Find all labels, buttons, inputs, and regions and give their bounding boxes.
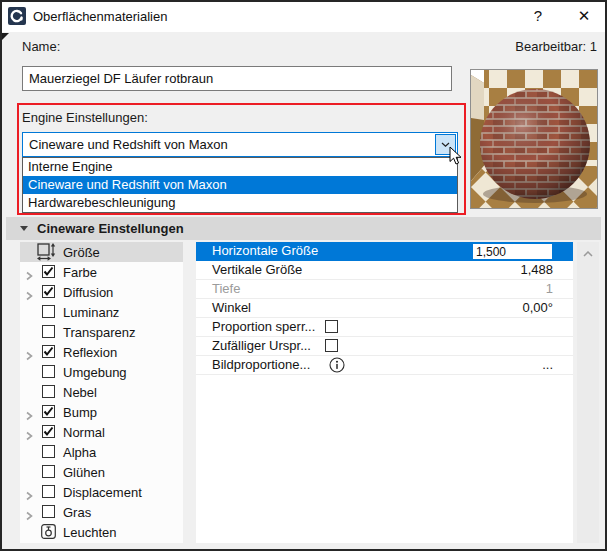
tree-item-label: Leuchten — [63, 525, 117, 540]
param-value: 1 — [546, 280, 553, 298]
param-checkbox[interactable] — [325, 339, 338, 352]
tree-item-label: Glühen — [63, 465, 105, 480]
cineware-section-title: Cineware Einstellungen — [37, 221, 184, 236]
channel-checkbox[interactable] — [42, 305, 55, 318]
expander-chevron-icon — [25, 511, 34, 521]
param-value[interactable]: ... — [542, 356, 553, 374]
titlebar[interactable]: Oberflächenmaterialien ? ✕ — [0, 0, 607, 32]
chevron-up-icon — [583, 251, 593, 257]
surface-materials-dialog: Oberflächenmaterialien ? ✕ Name: Bearbei… — [0, 0, 607, 551]
channel-checkbox[interactable] — [42, 265, 55, 278]
expander-chevron-icon — [25, 491, 34, 501]
param-row-bildproportione[interactable]: Bildproportione...... — [196, 356, 573, 375]
channel-checkbox[interactable] — [42, 325, 55, 338]
param-row-horizontale-gr-e[interactable]: Horizontale Größe — [196, 242, 573, 261]
dialog-title: Oberflächenmaterialien — [33, 9, 167, 24]
param-row-vertikale-gr-e[interactable]: Vertikale Größe1,488 — [196, 261, 573, 280]
size-icon — [37, 243, 56, 261]
lamp-icon — [41, 524, 56, 539]
param-row-winkel[interactable]: Winkel0,00° — [196, 299, 573, 318]
param-row-zuf-lliger-urspr[interactable]: Zufälliger Urspr... — [196, 337, 573, 356]
expander-chevron-icon — [25, 271, 34, 281]
param-checkbox[interactable] — [325, 320, 338, 333]
tree-item-label: Transparenz — [63, 325, 136, 340]
engine-dropdown-list: Interne EngineCineware und Redshift von … — [22, 157, 458, 213]
help-button[interactable]: ? — [528, 6, 548, 26]
param-label: Vertikale Größe — [212, 261, 302, 279]
tree-item-diffusion[interactable]: Diffusion — [20, 282, 183, 302]
close-button[interactable]: ✕ — [574, 6, 594, 26]
tree-item-alpha[interactable]: Alpha — [20, 442, 183, 462]
channel-checkbox[interactable] — [42, 365, 55, 378]
dropdown-option-interne-engine[interactable]: Interne Engine — [23, 158, 457, 176]
parameter-table: Horizontale GrößeVertikale Größe1,488Tie… — [196, 242, 573, 543]
tree-item-label: Nebel — [63, 385, 97, 400]
checkmark-icon — [43, 266, 54, 277]
tree-item-transparenz[interactable]: Transparenz — [20, 322, 183, 342]
editable-count-label: Bearbeitbar: 1 — [515, 39, 597, 54]
tree-item-reflexion[interactable]: Reflexion — [20, 342, 183, 362]
dropdown-option-hardwarebeschleunigung[interactable]: Hardwarebeschleunigung — [23, 194, 457, 212]
tree-item-label: Reflexion — [63, 345, 117, 360]
material-preview — [470, 69, 598, 209]
tree-item-label: Bump — [63, 405, 97, 420]
param-label: Horizontale Größe — [212, 242, 318, 260]
param-row-proportion-sperr[interactable]: Proportion sperr... — [196, 318, 573, 337]
edge-marker — [2, 33, 9, 40]
tree-item-label: Luminanz — [63, 305, 119, 320]
tree-item-umgebung[interactable]: Umgebung — [20, 362, 183, 382]
tree-item-label: Alpha — [63, 445, 96, 460]
engine-combobox-value: Cineware und Redshift von Maxon — [29, 133, 228, 156]
tree-item-luminanz[interactable]: Luminanz — [20, 302, 183, 322]
tree-item-gras[interactable]: Gras — [20, 502, 183, 522]
scrollbar[interactable] — [577, 242, 599, 543]
tree-item-label: Gras — [63, 505, 91, 520]
tree-item-leuchten[interactable]: Leuchten — [20, 522, 183, 542]
tree-item-label: Farbe — [63, 265, 97, 280]
checkmark-icon — [43, 426, 54, 437]
channel-checkbox[interactable] — [42, 425, 55, 438]
channel-checkbox[interactable] — [42, 385, 55, 398]
engine-combobox[interactable]: Cineware und Redshift von Maxon — [22, 132, 458, 157]
tree-item-displacement[interactable]: Displacement — [20, 482, 183, 502]
channel-checkbox[interactable] — [42, 405, 55, 418]
dropdown-option-cineware-und-redshift-von-maxon[interactable]: Cineware und Redshift von Maxon — [23, 176, 457, 194]
cineware-section-header[interactable]: Cineware Einstellungen — [6, 217, 601, 240]
archicad-logo-icon — [8, 7, 26, 25]
checkmark-icon — [43, 346, 54, 357]
expander-chevron-icon — [25, 291, 34, 301]
param-label: Bildproportione... — [212, 356, 310, 374]
tree-item-label: Diffusion — [63, 285, 113, 300]
tree-item-gl-hen[interactable]: Glühen — [20, 462, 183, 482]
info-icon — [329, 357, 345, 373]
param-label: Proportion sperr... — [212, 318, 315, 336]
checkmark-icon — [43, 406, 54, 417]
channel-checkbox[interactable] — [42, 505, 55, 518]
param-label: Zufälliger Urspr... — [212, 337, 311, 355]
channel-checkbox[interactable] — [42, 345, 55, 358]
channel-checkbox[interactable] — [42, 285, 55, 298]
param-label: Winkel — [212, 299, 251, 317]
channel-tree: GrößeFarbeDiffusionLuminanzTransparenzRe… — [20, 242, 183, 543]
param-label: Tiefe — [212, 280, 240, 298]
tree-item-nebel[interactable]: Nebel — [20, 382, 183, 402]
param-row-tiefe[interactable]: Tiefe1 — [196, 280, 573, 299]
tree-item-normal[interactable]: Normal — [20, 422, 183, 442]
channel-checkbox[interactable] — [42, 465, 55, 478]
collapse-triangle-icon — [20, 226, 28, 231]
param-value: 0,00° — [522, 299, 553, 317]
tree-item-label: Größe — [63, 245, 100, 260]
tree-item-farbe[interactable]: Farbe — [20, 262, 183, 282]
expander-chevron-icon — [25, 411, 34, 421]
scrollbar-up-button[interactable] — [577, 246, 599, 262]
checkmark-icon — [43, 286, 54, 297]
tree-item-label: Displacement — [63, 485, 142, 500]
channel-checkbox[interactable] — [42, 445, 55, 458]
mouse-cursor — [449, 146, 463, 166]
material-name-input[interactable] — [22, 66, 452, 91]
channel-checkbox[interactable] — [42, 485, 55, 498]
param-value-input[interactable] — [473, 244, 552, 259]
tree-item-bump[interactable]: Bump — [20, 402, 183, 422]
tree-item-gr-e[interactable]: Größe — [20, 242, 183, 262]
name-label: Name: — [22, 39, 60, 54]
